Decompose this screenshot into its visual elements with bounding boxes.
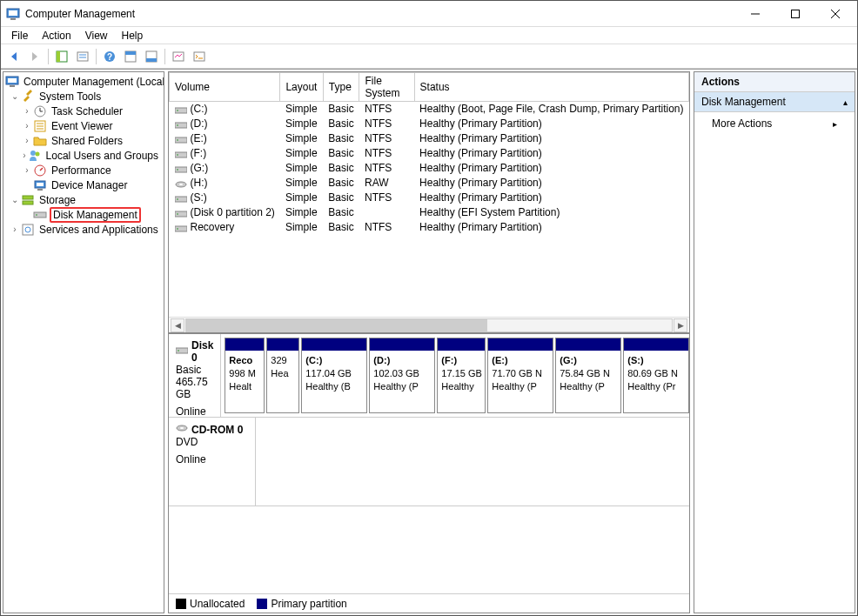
volume-row[interactable]: (F:)SimpleBasicNTFSHealthy (Primary Part…: [170, 146, 689, 161]
disk-map[interactable]: Disk 0Basic465.75 GBOnlineReco998 MHealt…: [169, 332, 689, 593]
volume-row[interactable]: (H:)SimpleBasicRAWHealthy (Primary Parti…: [170, 176, 689, 191]
col-type[interactable]: Type: [323, 73, 359, 102]
svg-rect-2: [10, 18, 16, 20]
list-button[interactable]: [190, 47, 209, 66]
window-title: Computer Management: [25, 8, 735, 20]
disk-row[interactable]: Disk 0Basic465.75 GBOnlineReco998 MHealt…: [169, 334, 689, 418]
tree-event-viewer[interactable]: › Event Viewer: [3, 118, 164, 133]
volume-row[interactable]: (S:)SimpleBasicNTFSHealthy (Primary Part…: [170, 191, 689, 205]
collapse-icon[interactable]: ⌄: [9, 195, 21, 204]
scroll-track[interactable]: [185, 318, 673, 332]
maximize-button[interactable]: [775, 1, 815, 26]
tree-task-scheduler[interactable]: › Task Scheduler: [3, 104, 164, 118]
svg-rect-39: [37, 189, 43, 191]
expand-icon[interactable]: ›: [21, 151, 28, 160]
expand-icon[interactable]: ›: [21, 106, 33, 116]
toolbar-separator: [164, 49, 165, 64]
services-icon: [21, 223, 35, 237]
expand-icon[interactable]: ›: [9, 224, 21, 234]
collapse-icon[interactable]: ⌄: [9, 91, 21, 101]
legend: Unallocated Primary partition: [169, 593, 689, 613]
collapse-arrow-icon[interactable]: ▴: [843, 97, 848, 107]
svg-text:?: ?: [107, 52, 112, 62]
partition-bar: [225, 338, 264, 351]
properties-button[interactable]: [73, 47, 92, 66]
svg-rect-24: [8, 78, 17, 83]
drive-icon: [175, 194, 187, 203]
toolbar: ?: [1, 44, 857, 69]
menu-file[interactable]: File: [4, 28, 35, 44]
actions-more[interactable]: More Actions ▸: [694, 112, 855, 135]
partition[interactable]: (E:)71.70 GB NHealthy (P: [487, 338, 553, 413]
volume-row[interactable]: (G:)SimpleBasicNTFSHealthy (Primary Part…: [170, 161, 689, 176]
col-status[interactable]: Status: [414, 73, 688, 102]
unallocated-swatch: [176, 599, 186, 609]
view-top-button[interactable]: [121, 47, 140, 66]
menu-help[interactable]: Help: [115, 28, 151, 44]
show-hide-tree-button[interactable]: [52, 47, 71, 66]
drive-icon: [175, 120, 187, 129]
submenu-arrow-icon: ▸: [833, 119, 837, 129]
expand-icon[interactable]: ›: [21, 165, 33, 175]
back-button[interactable]: [4, 47, 23, 66]
help-button[interactable]: ?: [100, 47, 119, 66]
tree-local-users[interactable]: › Local Users and Groups: [3, 148, 164, 163]
disk-row[interactable]: CD-ROM 0DVDOnline: [169, 418, 689, 506]
tree-shared-folders[interactable]: › Shared Folders: [3, 133, 164, 148]
partition[interactable]: (D:)102.03 GBHealthy (P: [369, 338, 435, 413]
tree-performance[interactable]: › Performance: [3, 163, 164, 177]
disk-info[interactable]: Disk 0Basic465.75 GBOnline: [169, 334, 221, 417]
actions-subheader[interactable]: Disk Management ▴: [694, 92, 855, 112]
volume-list[interactable]: Volume Layout Type File System Status (C…: [169, 72, 689, 317]
drive-icon: [175, 179, 187, 188]
primary-swatch: [257, 599, 267, 609]
volume-row[interactable]: (C:)SimpleBasicNTFSHealthy (Boot, Page F…: [170, 102, 689, 117]
svg-rect-25: [10, 85, 15, 87]
scroll-thumb[interactable]: [186, 319, 487, 331]
partition[interactable]: (F:)17.15 GBHealthy: [437, 338, 486, 413]
disk-info[interactable]: CD-ROM 0DVDOnline: [169, 418, 256, 506]
tree-storage[interactable]: ⌄ Storage: [3, 192, 164, 207]
tree-disk-management[interactable]: Disk Management: [3, 207, 164, 222]
partition[interactable]: Reco998 MHealt: [225, 338, 265, 413]
expand-icon[interactable]: ›: [21, 136, 33, 145]
view-bottom-button[interactable]: [142, 47, 161, 66]
tree-system-tools[interactable]: ⌄ System Tools: [3, 89, 164, 104]
volume-row[interactable]: (Disk 0 partition 2)SimpleBasicHealthy (…: [170, 205, 689, 220]
close-button[interactable]: [815, 1, 855, 26]
volume-row[interactable]: RecoverySimpleBasicNTFSHealthy (Primary …: [170, 220, 689, 235]
svg-point-49: [177, 124, 178, 126]
tree-pane: Computer Management (Local) ⌄ System Too…: [3, 71, 164, 613]
partition[interactable]: (S:)80.69 GB NHealthy (Pr: [623, 338, 689, 413]
col-volume[interactable]: Volume: [170, 73, 280, 102]
horizontal-scrollbar[interactable]: ◀ ▶: [169, 317, 689, 332]
partition-bar: [438, 338, 485, 351]
actions-header: Actions: [694, 72, 855, 92]
disk-icon: [176, 345, 188, 358]
minimize-button[interactable]: [735, 1, 775, 26]
navigation-tree[interactable]: Computer Management (Local) ⌄ System Too…: [3, 72, 164, 613]
volume-row[interactable]: (D:)SimpleBasicNTFSHealthy (Primary Part…: [170, 117, 689, 131]
partition[interactable]: (C:)117.04 GBHealthy (B: [301, 338, 367, 413]
tree-device-manager[interactable]: Device Manager: [3, 177, 164, 192]
tree-services[interactable]: › Services and Applications: [3, 222, 164, 237]
scroll-right-button[interactable]: ▶: [674, 318, 687, 332]
scroll-left-button[interactable]: ◀: [171, 318, 184, 332]
menu-action[interactable]: Action: [35, 28, 77, 44]
tools-icon: [21, 90, 35, 104]
volume-row[interactable]: (E:)SimpleBasicNTFSHealthy (Primary Part…: [170, 131, 689, 146]
partition[interactable]: 329Hea: [266, 338, 299, 413]
tree-root[interactable]: Computer Management (Local): [3, 74, 164, 89]
expand-icon[interactable]: ›: [21, 121, 33, 131]
folder-icon: [33, 134, 47, 148]
svg-point-55: [177, 169, 178, 171]
settings-button[interactable]: [169, 47, 188, 66]
svg-point-47: [177, 110, 178, 111]
col-layout[interactable]: Layout: [280, 73, 323, 102]
forward-button[interactable]: [25, 47, 44, 66]
partition[interactable]: (G:)75.84 GB NHealthy (P: [555, 338, 621, 413]
menu-view[interactable]: View: [78, 28, 115, 44]
partition-text: Reco998 MHealt: [225, 351, 264, 397]
col-fs[interactable]: File System: [359, 73, 414, 102]
svg-rect-19: [146, 58, 157, 62]
